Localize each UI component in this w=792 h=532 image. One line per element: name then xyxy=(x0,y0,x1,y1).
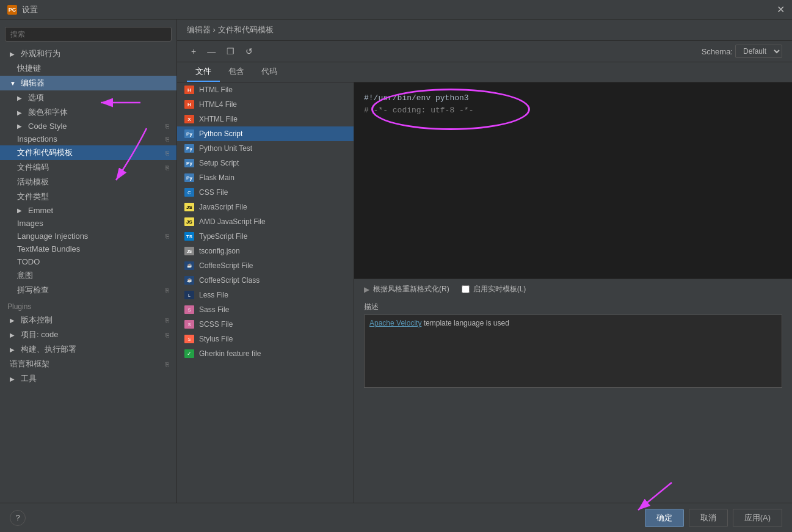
sidebar-item-label: 文件和代码模板 xyxy=(17,147,73,158)
list-item-gherkin[interactable]: ✓ Gherkin feature file xyxy=(177,346,354,361)
confirm-button[interactable]: 确定 xyxy=(645,509,684,527)
list-item[interactable]: H HTML4 File xyxy=(177,97,354,112)
sidebar-item-editor[interactable]: ▼ 编辑器 xyxy=(0,76,176,90)
two-panel: H HTML File H HTML4 File X XHTML File Py… xyxy=(177,82,792,503)
sidebar-item-colors[interactable]: ▶ 颜色和字体 xyxy=(0,105,176,120)
list-item[interactable]: S Stylus File xyxy=(177,332,354,346)
realtime-checkbox[interactable] xyxy=(462,285,470,293)
plugins-section-header: Plugins xyxy=(0,297,176,313)
help-button[interactable]: ? xyxy=(10,510,26,526)
file-label: JavaScript File xyxy=(199,203,247,211)
expand-arrow-icon: ▶ xyxy=(10,346,17,353)
sidebar-item-filetemplates[interactable]: 文件和代码模板 ⎘ xyxy=(0,145,176,160)
list-item-python-unittest[interactable]: Py Python Unit Test xyxy=(177,141,354,156)
sidebar-item-emmet[interactable]: ▶ Emmet xyxy=(0,204,176,217)
sidebar-item-textmate[interactable]: TextMate Bundles xyxy=(0,242,176,255)
copy-button[interactable]: ❐ xyxy=(222,45,239,58)
list-item[interactable]: Py Setup Script xyxy=(177,156,354,170)
schema-select[interactable]: Default xyxy=(735,45,782,58)
apply-button[interactable]: 应用(A) xyxy=(733,509,782,527)
section-label: Plugins xyxy=(7,302,31,311)
copy-icon: ⎘ xyxy=(165,150,169,156)
file-label: Python Script xyxy=(199,129,242,138)
sidebar-item-intentions[interactable]: 意图 xyxy=(0,268,176,283)
file-label: Sass File xyxy=(199,305,229,314)
expand-arrow-icon: ▶ xyxy=(10,51,17,57)
sidebar-item-todo[interactable]: TODO xyxy=(0,255,176,268)
bottom-bar: ? 确定 取消 应用(A) xyxy=(0,503,792,532)
desc-rest-text: template language is used xyxy=(421,319,509,327)
list-item[interactable]: JS JavaScript File xyxy=(177,200,354,214)
sidebar-item-tools[interactable]: ▶ 工具 xyxy=(0,371,176,386)
json-icon: JS xyxy=(184,247,194,255)
list-item[interactable]: JS AMD JavaScript File xyxy=(177,214,354,229)
sidebar-item-spellcheck[interactable]: 拼写检查 ⎘ xyxy=(0,283,176,297)
main-layout: ▶ 外观和行为 快捷键 ▼ 编辑器 ▶ 选项 ▶ 颜色和字体 ▶ Code St… xyxy=(0,20,792,503)
sidebar-item-fileencodings[interactable]: 文件编码 ⎘ xyxy=(0,160,176,175)
list-item[interactable]: S SCSS File xyxy=(177,317,354,332)
list-item[interactable]: X XHTML File xyxy=(177,112,354,126)
tab-files[interactable]: 文件 xyxy=(187,62,220,82)
list-item[interactable]: Py Flask Main xyxy=(177,170,354,185)
tab-includes[interactable]: 包含 xyxy=(220,62,253,82)
apache-velocity-link[interactable]: Apache Velocity xyxy=(369,319,421,327)
list-item[interactable]: TS TypeScript File xyxy=(177,229,354,244)
sidebar-item-label: Language Injections xyxy=(17,231,88,241)
list-item[interactable]: C CSS File xyxy=(177,185,354,200)
sidebar-item-label: Emmet xyxy=(28,206,53,215)
sidebar-item-images[interactable]: Images xyxy=(0,217,176,230)
list-item[interactable]: ☕ CoffeeScript File xyxy=(177,258,354,273)
sidebar-item-langinjections[interactable]: Language Injections ⎘ xyxy=(0,230,176,242)
breadcrumb: 编辑器 › 文件和代码模板 xyxy=(177,20,792,41)
code-panel: #!/usr/bin/env python3 # -*- coding: utf… xyxy=(354,82,792,279)
cancel-button[interactable]: 取消 xyxy=(689,509,728,527)
code-line-1: #!/usr/bin/env python3 xyxy=(364,92,782,104)
flask-main-icon: Py xyxy=(184,173,194,182)
list-item[interactable]: JS tsconfig.json xyxy=(177,244,354,258)
list-item[interactable]: S Sass File xyxy=(177,302,354,317)
checkbox-row: ▶ 根据风格重新格式化(R) 启用实时模板(L) xyxy=(354,279,792,299)
tab-code[interactable]: 代码 xyxy=(253,62,286,82)
copy-icon: ⎘ xyxy=(165,164,169,171)
sidebar-item-shortcuts[interactable]: 快捷键 xyxy=(0,61,176,76)
sidebar-item-filetypes[interactable]: 文件类型 xyxy=(0,189,176,204)
remove-button[interactable]: — xyxy=(203,45,220,58)
tabs-bar: 文件 包含 代码 xyxy=(177,62,792,82)
setup-script-icon: Py xyxy=(184,159,194,167)
sidebar-item-inspections[interactable]: Inspections ⎘ xyxy=(0,133,176,145)
file-label: Setup Script xyxy=(199,159,239,167)
sidebar-item-label: Code Style xyxy=(28,122,67,131)
close-button[interactable]: ✕ xyxy=(777,4,785,15)
code-line-2: # -*- coding: utf-8 -*- xyxy=(364,104,782,117)
realtime-label: 启用实时模板(L) xyxy=(473,284,526,294)
file-label: Flask Main xyxy=(199,173,234,182)
search-input[interactable] xyxy=(5,27,172,42)
list-item[interactable]: L Less File xyxy=(177,288,354,302)
stylus-icon: S xyxy=(184,335,194,343)
sidebar-item-codestyle[interactable]: ▶ Code Style ⎘ xyxy=(0,120,176,133)
title-text: 设置 xyxy=(22,4,38,15)
list-item[interactable]: H HTML File xyxy=(177,82,354,97)
scss-icon: S xyxy=(184,320,194,329)
list-item-python-script[interactable]: Py Python Script xyxy=(177,126,354,141)
app-icon: PC xyxy=(7,5,17,15)
sidebar-item-langframework[interactable]: 语言和框架 ⎘ xyxy=(0,357,176,371)
realtime-checkbox-label[interactable]: 启用实时模板(L) xyxy=(462,284,526,294)
sidebar-item-appearance[interactable]: ▶ 外观和行为 xyxy=(0,46,176,61)
desc-label: 描述 xyxy=(364,302,782,312)
sidebar-item-buildrun[interactable]: ▶ 构建、执行部署 xyxy=(0,342,176,357)
sidebar-item-project[interactable]: ▶ 项目: code ⎘ xyxy=(0,327,176,342)
sidebar-item-livetemplates[interactable]: 活动模板 xyxy=(0,175,176,189)
file-label: HTML File xyxy=(199,86,233,94)
sidebar-item-options[interactable]: ▶ 选项 xyxy=(0,90,176,105)
reformat-checkbox-label[interactable]: ▶ 根据风格重新格式化(R) xyxy=(364,284,449,294)
reformat-label: 根据风格重新格式化(R) xyxy=(373,284,449,294)
js-icon: JS xyxy=(184,203,194,211)
sidebar-item-vcs[interactable]: ▶ 版本控制 ⎘ xyxy=(0,313,176,327)
add-button[interactable]: + xyxy=(187,45,200,58)
sass-icon: S xyxy=(184,305,194,314)
file-label: Gherkin feature file xyxy=(199,349,261,358)
list-item[interactable]: ☕ CoffeeScript Class xyxy=(177,273,354,288)
sidebar-item-label: Images xyxy=(17,219,43,228)
reset-button[interactable]: ↺ xyxy=(241,45,257,58)
